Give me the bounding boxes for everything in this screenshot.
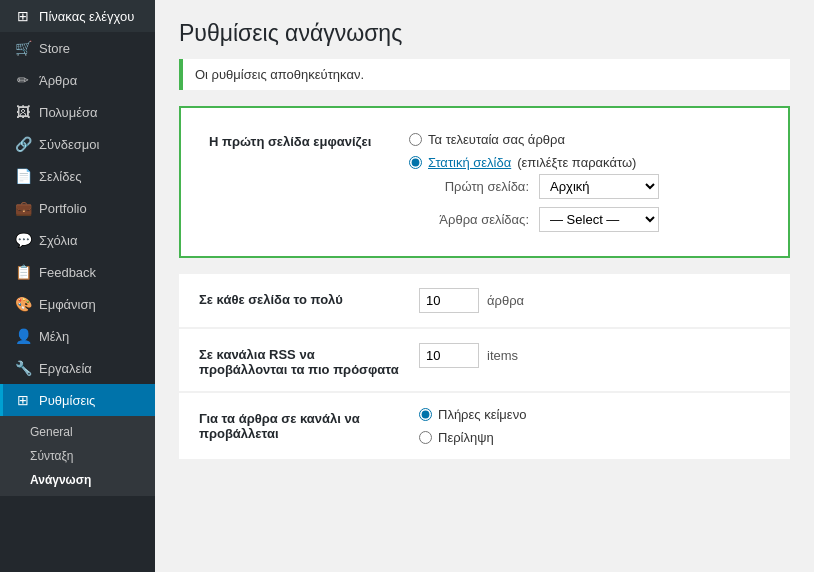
sidebar-item-label: Feedback <box>39 265 96 280</box>
appearance-icon: 🎨 <box>15 296 31 312</box>
per-page-row: Σε κάθε σελίδα το πολύ άρθρα <box>179 274 790 328</box>
media-icon: 🖼 <box>15 104 31 120</box>
per-page-content: άρθρα <box>419 288 770 313</box>
store-icon: 🛒 <box>15 40 31 56</box>
sidebar-item-label: Portfolio <box>39 201 87 216</box>
sidebar-item-appearance[interactable]: 🎨 Εμφάνιση <box>0 288 155 320</box>
sidebar-item-settings[interactable]: ⊞ Ρυθμίσεις <box>0 384 155 416</box>
feed-row: Για τα άρθρα σε κανάλι να προβάλλεται Πλ… <box>179 393 790 460</box>
front-page-radio-group: Τα τελευταία σας άρθρα Στατική σελίδα (ε… <box>409 132 760 170</box>
front-page-sublabel: Πρώτη σελίδα: <box>429 179 529 194</box>
front-page-row: Η πρώτη σελίδα εμφανίζει Τα τελευταία σα… <box>201 126 768 238</box>
static-page-link[interactable]: Στατική σελίδα <box>428 155 511 170</box>
sidebar-item-portfolio[interactable]: 💼 Portfolio <box>0 192 155 224</box>
rss-input[interactable] <box>419 343 479 368</box>
comments-icon: 💬 <box>15 232 31 248</box>
feed-radio-group: Πλήρες κείμενο Περίληψη <box>419 407 526 445</box>
sidebar-item-dashboard[interactable]: ⊞ Πίνακας ελέγχου <box>0 0 155 32</box>
posts-page-sublabel: Άρθρα σελίδας: <box>429 212 529 227</box>
rss-unit: items <box>487 348 518 363</box>
feed-label: Για τα άρθρα σε κανάλι να προβάλλεται <box>199 407 399 441</box>
option-latest-label: Τα τελευταία σας άρθρα <box>428 132 565 147</box>
radio-static[interactable] <box>409 156 422 169</box>
dashboard-icon: ⊞ <box>15 8 31 24</box>
tools-icon: 🔧 <box>15 360 31 376</box>
radio-full[interactable] <box>419 408 432 421</box>
members-icon: 👤 <box>15 328 31 344</box>
option-summary[interactable]: Περίληψη <box>419 430 526 445</box>
sidebar-item-articles[interactable]: ✏ Άρθρα <box>0 64 155 96</box>
option-latest[interactable]: Τα τελευταία σας άρθρα <box>409 132 760 147</box>
sidebar-item-label: Σύνδεσμοι <box>39 137 99 152</box>
settings-icon: ⊞ <box>15 392 31 408</box>
page-title: Ρυθμίσεις ανάγνωσης <box>179 20 790 47</box>
front-page-label-cell: Η πρώτη σελίδα εμφανίζει <box>201 126 401 238</box>
sidebar-item-label: Άρθρα <box>39 73 77 88</box>
radio-summary[interactable] <box>419 431 432 444</box>
static-page-sub-fields: Πρώτη σελίδα: Αρχική Άρθρα σελίδας: — Se… <box>429 174 760 232</box>
notice-success: Οι ρυθμίσεις αποθηκεύτηκαν. <box>179 59 790 90</box>
main-content: Ρυθμίσεις ανάγνωσης Οι ρυθμίσεις αποθηκε… <box>155 0 814 572</box>
per-page-unit: άρθρα <box>487 293 524 308</box>
front-page-table: Η πρώτη σελίδα εμφανίζει Τα τελευταία σα… <box>201 126 768 238</box>
sidebar-item-store[interactable]: 🛒 Store <box>0 32 155 64</box>
sidebar-item-label: Ρυθμίσεις <box>39 393 95 408</box>
sidebar-item-links[interactable]: 🔗 Σύνδεσμοι <box>0 128 155 160</box>
settings-submenu: General Σύνταξη Ανάγνωση <box>0 416 155 496</box>
posts-page-select[interactable]: — Select — <box>539 207 659 232</box>
per-page-input[interactable] <box>419 288 479 313</box>
option-summary-label: Περίληψη <box>438 430 494 445</box>
sidebar-item-tools[interactable]: 🔧 Εργαλεία <box>0 352 155 384</box>
sidebar: ⊞ Πίνακας ελέγχου 🛒 Store ✏ Άρθρα 🖼 Πολυ… <box>0 0 155 572</box>
rss-label: Σε κανάλια RSS να προβάλλονται τα πιο πρ… <box>199 343 399 377</box>
portfolio-icon: 💼 <box>15 200 31 216</box>
articles-icon: ✏ <box>15 72 31 88</box>
feed-content: Πλήρες κείμενο Περίληψη <box>419 407 770 445</box>
sidebar-item-comments[interactable]: 💬 Σχόλια <box>0 224 155 256</box>
front-page-select[interactable]: Αρχική <box>539 174 659 199</box>
posts-page-field: Άρθρα σελίδας: — Select — <box>429 207 760 232</box>
sidebar-item-feedback[interactable]: 📋 Feedback <box>0 256 155 288</box>
static-page-suffix: (επιλέξτε παρακάτω) <box>517 155 636 170</box>
rss-content: items <box>419 343 770 368</box>
option-full[interactable]: Πλήρες κείμενο <box>419 407 526 422</box>
option-full-label: Πλήρες κείμενο <box>438 407 526 422</box>
sidebar-item-label: Πολυμέσα <box>39 105 98 120</box>
feedback-icon: 📋 <box>15 264 31 280</box>
radio-latest[interactable] <box>409 133 422 146</box>
front-page-field: Πρώτη σελίδα: Αρχική <box>429 174 760 199</box>
sidebar-item-label: Σχόλια <box>39 233 77 248</box>
sidebar-item-media[interactable]: 🖼 Πολυμέσα <box>0 96 155 128</box>
front-page-options-cell: Τα τελευταία σας άρθρα Στατική σελίδα (ε… <box>401 126 768 238</box>
per-page-label: Σε κάθε σελίδα το πολύ <box>199 288 399 307</box>
sidebar-item-label: Store <box>39 41 70 56</box>
front-page-section: Η πρώτη σελίδα εμφανίζει Τα τελευταία σα… <box>179 106 790 258</box>
sidebar-item-label: Εργαλεία <box>39 361 92 376</box>
sidebar-item-label: Πίνακας ελέγχου <box>39 9 134 24</box>
pages-icon: 📄 <box>15 168 31 184</box>
sidebar-item-label: Μέλη <box>39 329 69 344</box>
links-icon: 🔗 <box>15 136 31 152</box>
option-static[interactable]: Στατική σελίδα (επιλέξτε παρακάτω) <box>409 155 760 170</box>
sidebar-sub-general[interactable]: General <box>0 420 155 444</box>
rss-row: Σε κανάλια RSS να προβάλλονται τα πιο πρ… <box>179 329 790 392</box>
sidebar-sub-reading[interactable]: Ανάγνωση <box>0 468 155 492</box>
sidebar-item-label: Εμφάνιση <box>39 297 96 312</box>
sidebar-item-label: Σελίδες <box>39 169 82 184</box>
sidebar-item-members[interactable]: 👤 Μέλη <box>0 320 155 352</box>
front-page-label: Η πρώτη σελίδα εμφανίζει <box>209 134 371 149</box>
sidebar-item-pages[interactable]: 📄 Σελίδες <box>0 160 155 192</box>
sidebar-sub-syntax[interactable]: Σύνταξη <box>0 444 155 468</box>
